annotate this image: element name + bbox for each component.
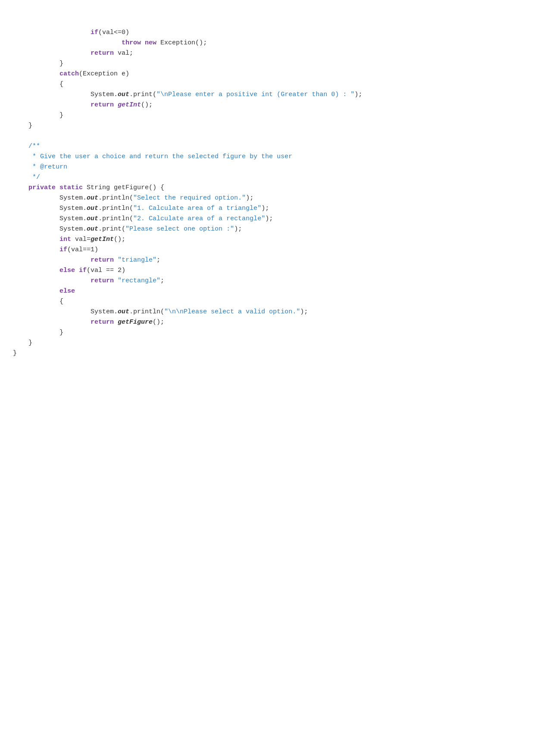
code-line: System.out.println("\n\nPlease select a … [13,308,308,316]
code-line: if(val<=0) [13,29,129,36]
code-line: * Give the user a choice and return the … [13,153,292,160]
code-line: return getFigure(); [13,319,164,326]
code-line: { [13,81,63,88]
code-line: } [13,112,63,119]
code-line: if(val==1) [13,246,98,253]
code-line: int val=getInt(); [13,236,125,243]
code-line: return "triangle"; [13,256,160,264]
code-line: throw new Exception(); [13,39,207,47]
code-line: private static String getFigure() { [13,184,164,191]
code-line: /** [13,143,40,150]
code-line: } [13,60,63,67]
code-line: } [13,122,32,129]
code-line: System.out.print("\nPlease enter a posit… [13,91,362,98]
code-line: * @return [13,163,67,171]
code-line: else if(val == 2) [13,267,125,274]
code-line: System.out.println("2. Calculate area of… [13,215,273,222]
code-line: } [13,329,63,336]
code-line: System.out.print("Please select one opti… [13,225,242,233]
code-line: } [13,339,32,347]
code-line: return val; [13,50,133,57]
code-line: else [13,287,75,295]
code-line: } [13,350,17,357]
code-line: { [13,298,63,305]
code-viewer: if(val<=0) throw new Exception(); return… [13,17,522,359]
code-line: System.out.println("1. Calculate area of… [13,205,269,212]
code-line: */ [13,174,40,181]
code-line: return "rectangle"; [13,277,164,284]
code-line: return getInt(); [13,101,153,109]
code-line: catch(Exception e) [13,70,129,78]
code-line: System.out.println("Select the required … [13,194,253,202]
